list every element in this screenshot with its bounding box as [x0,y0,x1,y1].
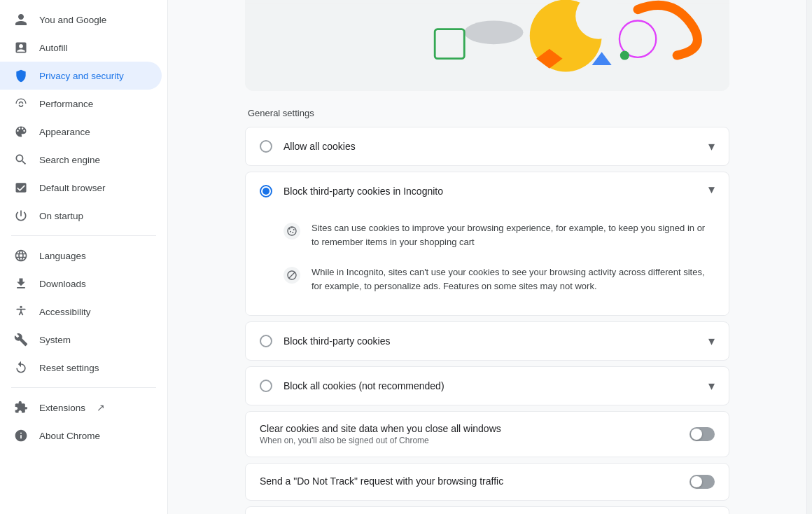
sidebar-item-accessibility[interactable]: Accessibility [0,298,162,326]
svg-point-14 [292,232,293,233]
svg-point-12 [293,229,295,230]
sidebar-label-you-and-google: You and Google [39,15,106,25]
clear-cookies-content: Clear cookies and site data when you clo… [260,423,678,445]
svg-point-0 [20,306,22,308]
cookie-expanded-item-1: Sites can use cookies to improve your br… [284,213,715,257]
cookie-expanded-text-2: While in Incognito, sites can't use your… [312,265,715,293]
reset-icon [14,361,28,375]
sidebar-label-on-startup: On startup [39,211,83,221]
sidebar-item-you-and-google[interactable]: You and Google [0,6,162,34]
sidebar-label-default-browser: Default browser [39,183,106,193]
sidebar-label-languages: Languages [39,251,86,261]
sidebar-label-reset-settings: Reset settings [39,363,99,373]
svg-rect-1 [245,3,729,88]
do-not-track-toggle[interactable] [690,475,715,489]
chevron-down-icon-block-all: ▾ [708,378,715,394]
toggle-row-do-not-track: Send a "Do Not Track" request with your … [245,463,729,501]
sidebar-item-system[interactable]: System [0,326,162,354]
on-startup-icon [14,209,28,223]
cookie-option-block-third-party-label: Block third-party cookies [284,335,697,347]
chevron-down-icon-block-third-party: ▾ [708,333,715,349]
cookie-icon [284,223,300,239]
sidebar-item-privacy-and-security[interactable]: Privacy and security [0,62,162,90]
sidebar-item-downloads[interactable]: Downloads [0,270,162,298]
chevron-up-icon-block-incognito: ▴ [708,183,715,199]
sidebar-label-system: System [39,335,71,345]
performance-icon [14,97,28,111]
languages-icon [14,249,28,263]
cookie-option-block-incognito-label: Block third-party cookies in Incognito [284,186,697,197]
cookie-option-block-incognito: Block third-party cookies in Incognito ▴… [245,172,729,316]
sidebar-group-2: Languages Downloads Accessibility System [0,242,167,382]
sidebar-item-languages[interactable]: Languages [0,242,162,270]
sidebar: You and Google Autofill Privacy and secu… [0,0,168,514]
main-content: General settings Allow all cookies ▾ Blo… [168,0,806,514]
sidebar-label-autofill: Autofill [39,43,68,53]
sidebar-label-search-engine: Search engine [39,155,100,165]
radio-allow-all-cookies[interactable] [260,140,272,153]
sidebar-item-autofill[interactable]: Autofill [0,34,162,62]
cookie-expanded-block-incognito: Sites can use cookies to improve your br… [246,210,729,315]
sidebar-item-appearance[interactable]: Appearance [0,118,162,146]
svg-point-9 [620,50,629,60]
sidebar-label-downloads: Downloads [39,279,86,289]
default-browser-icon [14,181,28,195]
svg-point-4 [464,20,523,44]
cookie-option-block-third-party-header[interactable]: Block third-party cookies ▾ [246,322,729,360]
clear-cookies-toggle[interactable] [690,427,715,441]
radio-block-all-cookies[interactable] [260,380,272,392]
cookie-option-allow-all-label: Allow all cookies [284,141,697,152]
cookie-option-allow-all-header[interactable]: Allow all cookies ▾ [246,127,729,165]
sidebar-group-1: You and Google Autofill Privacy and secu… [0,6,167,230]
svg-point-13 [290,231,291,232]
cookie-option-block-all: Block all cookies (not recommended) ▾ [245,366,729,405]
sidebar-label-privacy-and-security: Privacy and security [39,71,124,81]
cookie-option-block-all-header[interactable]: Block all cookies (not recommended) ▾ [246,367,729,405]
scrollbar-track [806,0,812,514]
system-icon [14,333,28,347]
external-link-icon: ↗ [97,402,105,413]
clear-cookies-subtitle: When on, you'll also be signed out of Ch… [260,436,678,445]
person-icon [14,13,28,27]
toggle-row-clear-cookies: Clear cookies and site data when you clo… [245,411,729,457]
appearance-icon [14,125,28,139]
downloads-icon [14,277,28,291]
sidebar-item-about-chrome[interactable]: About Chrome [0,422,162,450]
sidebar-item-performance[interactable]: Performance [0,90,162,118]
sidebar-item-reset-settings[interactable]: Reset settings [0,354,162,382]
do-not-track-title: Send a "Do Not Track" request with your … [260,475,678,487]
sidebar-group-3: Extensions ↗ About Chrome [0,394,167,450]
sidebar-divider-2 [11,387,156,388]
accessibility-icon [14,305,28,319]
cookie-option-allow-all: Allow all cookies ▾ [245,127,729,166]
search-icon [14,153,28,167]
sidebar-label-appearance: Appearance [39,127,90,137]
radio-block-incognito[interactable] [260,185,272,197]
sidebar-label-about-chrome: About Chrome [39,431,100,441]
chevron-down-icon-allow-all: ▾ [708,139,715,154]
about-chrome-icon [14,429,28,443]
block-icon [284,267,300,284]
sidebar-label-performance: Performance [39,99,93,109]
cookie-option-block-incognito-header[interactable]: Block third-party cookies in Incognito ▴ [246,172,729,210]
radio-block-third-party[interactable] [260,335,272,347]
sidebar-item-extensions[interactable]: Extensions ↗ [0,394,162,422]
section-label-general-settings: General settings [245,108,729,118]
sidebar-label-accessibility: Accessibility [39,307,91,317]
clear-cookies-title: Clear cookies and site data when you clo… [260,423,678,434]
cookie-option-block-third-party: Block third-party cookies ▾ [245,321,729,361]
sidebar-item-on-startup[interactable]: On startup [0,202,162,230]
do-not-track-content: Send a "Do Not Track" request with your … [260,475,678,488]
sidebar-item-search-engine[interactable]: Search engine [0,146,162,174]
sidebar-divider-1 [11,235,156,236]
toggle-row-preload: Preload pages for faster browsing and se… [245,506,729,514]
autofill-icon [14,41,28,55]
cookie-expanded-item-2: While in Incognito, sites can't use your… [284,257,715,301]
sidebar-item-default-browser[interactable]: Default browser [0,174,162,202]
shield-icon [14,69,28,83]
cookie-option-block-all-label: Block all cookies (not recommended) [284,380,697,391]
hero-illustration [245,0,729,91]
sidebar-label-extensions: Extensions [39,403,85,413]
cookie-expanded-text-1: Sites can use cookies to improve your br… [312,221,715,249]
extensions-icon [14,401,28,415]
